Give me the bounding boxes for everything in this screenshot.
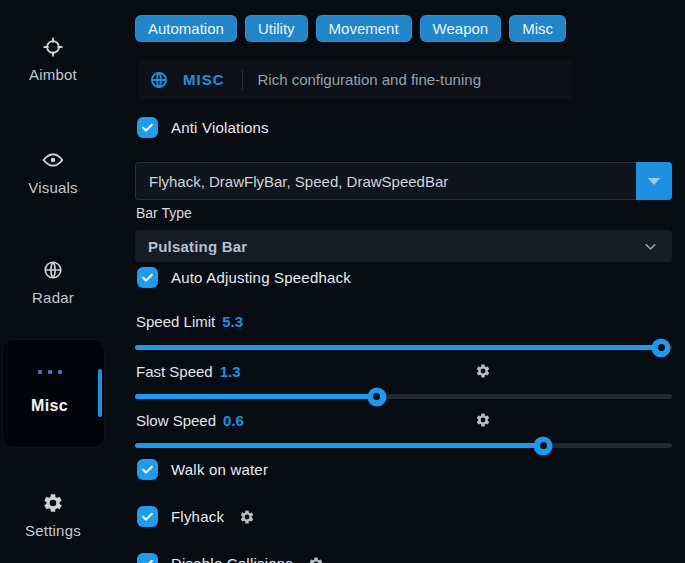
fast-speed-slider[interactable] — [135, 394, 672, 399]
slider-label: Fast Speed — [136, 363, 213, 380]
checkbox-checked-icon[interactable] — [137, 267, 158, 288]
section-title: MISC — [183, 71, 225, 88]
checkbox-checked-icon[interactable] — [137, 117, 158, 138]
slider-value: 1.3 — [220, 363, 241, 380]
slider-value: 5.3 — [222, 313, 243, 330]
checkbox-label: Anti Violations — [171, 119, 269, 136]
sidebar-item-aimbot[interactable]: Aimbot — [0, 36, 106, 83]
slider-handle[interactable] — [652, 338, 671, 357]
bar-type-selected-value: Pulsating Bar — [148, 238, 247, 255]
slider-label-row: Speed Limit 5.3 — [136, 312, 672, 330]
gear-icon[interactable] — [475, 412, 491, 428]
slider-fill — [135, 443, 543, 448]
checkbox-label: Disable Collisions — [171, 555, 293, 563]
gear-icon — [42, 492, 64, 514]
checkbox-row-walk-on-water[interactable]: Walk on water — [137, 459, 268, 480]
bar-type-label: Bar Type — [136, 205, 192, 221]
speed-limit-slider[interactable] — [135, 345, 672, 350]
slider-label-row: Slow Speed 0.6 — [136, 411, 672, 429]
section-header: MISC Rich configuration and fine-tuning — [139, 60, 572, 99]
checkbox-label: Auto Adjusting Speedhack — [171, 269, 351, 286]
checkbox-row-auto-adjusting-speedhack[interactable]: Auto Adjusting Speedhack — [137, 267, 351, 288]
sidebar-item-label: Settings — [0, 522, 106, 539]
ellipsis-icon — [3, 370, 96, 374]
sidebar-item-misc-active[interactable]: Misc — [3, 340, 104, 447]
slider-fill — [135, 345, 661, 350]
sidebar-item-visuals[interactable]: Visuals — [0, 149, 106, 196]
slow-speed-slider[interactable] — [135, 443, 672, 448]
bar-type-select[interactable]: Pulsating Bar — [135, 230, 672, 262]
caret-down-icon — [648, 178, 660, 185]
section-subtitle: Rich configuration and fine-tuning — [258, 71, 481, 88]
sidebar-item-label: Radar — [0, 289, 106, 306]
sidebar-item-radar[interactable]: Radar — [0, 259, 106, 306]
globe-icon — [42, 259, 64, 281]
checkbox-row-disable-collisions[interactable]: Disable Collisions — [137, 553, 324, 563]
category-tabs: Automation Utility Movement Weapon Misc — [135, 15, 566, 42]
tab-movement[interactable]: Movement — [316, 15, 412, 42]
sidebar-item-settings[interactable]: Settings — [0, 492, 106, 539]
checkbox-checked-icon[interactable] — [137, 553, 158, 563]
gear-icon[interactable] — [475, 363, 491, 379]
chevron-down-icon — [642, 238, 659, 255]
checkbox-checked-icon[interactable] — [137, 506, 158, 527]
crosshair-icon — [42, 36, 64, 58]
gear-icon[interactable] — [308, 556, 324, 563]
checkbox-checked-icon[interactable] — [137, 459, 158, 480]
misc-panel: Automation Utility Movement Weapon Misc … — [135, 0, 672, 563]
slider-label-row: Fast Speed 1.3 — [136, 362, 672, 380]
slider-handle[interactable] — [367, 387, 386, 406]
slider-label: Speed Limit — [136, 313, 215, 330]
sidebar-item-label: Aimbot — [0, 66, 106, 83]
slider-value: 0.6 — [223, 412, 244, 429]
checkbox-label: Walk on water — [171, 461, 268, 478]
checkbox-row-anti-violations[interactable]: Anti Violations — [137, 117, 269, 138]
tab-weapon[interactable]: Weapon — [420, 15, 502, 42]
sidebar: Aimbot Visuals Radar Misc Set — [0, 0, 130, 563]
bars-input[interactable] — [135, 162, 636, 200]
tab-misc[interactable]: Misc — [509, 15, 566, 42]
bars-field-group — [135, 162, 672, 200]
checkbox-row-flyhack[interactable]: Flyhack — [137, 506, 255, 527]
gear-icon[interactable] — [239, 509, 255, 525]
tab-utility[interactable]: Utility — [245, 15, 308, 42]
tab-automation[interactable]: Automation — [135, 15, 237, 42]
divider — [242, 70, 243, 90]
bars-dropdown-button[interactable] — [636, 162, 672, 200]
sidebar-item-label: Visuals — [0, 179, 106, 196]
slider-label: Slow Speed — [136, 412, 216, 429]
active-indicator-bar — [98, 369, 102, 417]
sidebar-item-label: Misc — [3, 397, 96, 415]
slider-fill — [135, 394, 377, 399]
globe-icon — [149, 70, 169, 90]
checkbox-label: Flyhack — [171, 508, 224, 525]
slider-handle[interactable] — [534, 436, 553, 455]
eye-icon — [42, 149, 64, 171]
